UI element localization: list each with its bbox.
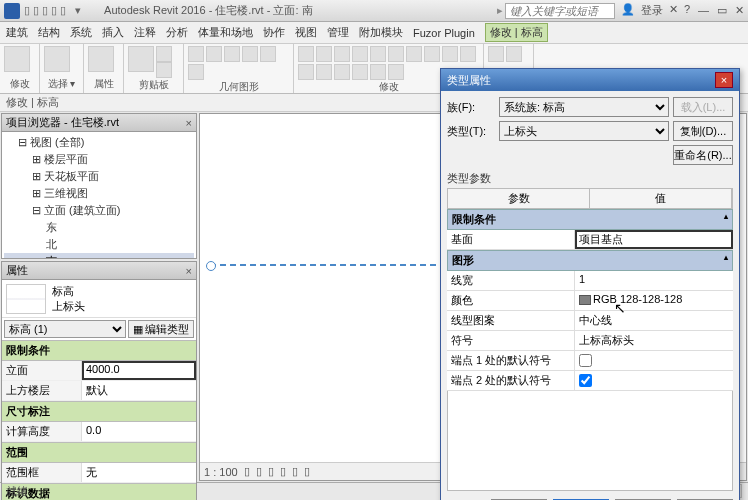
panel-close-icon[interactable]: ×	[186, 265, 192, 277]
copy-icon[interactable]	[156, 62, 172, 78]
maximize-button[interactable]: ▭	[717, 4, 727, 17]
tab-manage[interactable]: 管理	[327, 25, 349, 40]
param-base-value[interactable]: 项目基点	[575, 230, 733, 249]
tab-architecture[interactable]: 建筑	[6, 25, 28, 40]
geom-icon[interactable]	[188, 64, 204, 80]
mod-icon[interactable]	[298, 64, 314, 80]
param-cat-graphics[interactable]: 图形	[447, 250, 733, 271]
tab-view[interactable]: 视图	[295, 25, 317, 40]
view-tool-icon[interactable]: ▯	[292, 465, 298, 478]
edit-type-button[interactable]: ▦编辑类型	[128, 320, 194, 338]
mod-icon[interactable]	[460, 46, 476, 62]
help-icon[interactable]: ?	[684, 3, 690, 18]
prop-elevation-value[interactable]: 4000.0	[82, 361, 196, 380]
tab-fuzor[interactable]: Fuzor Plugin	[413, 27, 475, 39]
mod-icon[interactable]	[316, 46, 332, 62]
mod-icon[interactable]	[316, 64, 332, 80]
tree-floor-plans[interactable]: ⊞ 楼层平面	[4, 151, 194, 168]
minimize-button[interactable]: —	[698, 4, 709, 17]
dialog-title-bar[interactable]: 类型属性 ×	[441, 69, 739, 91]
tree-elev-south[interactable]: 南	[4, 253, 194, 258]
param-end2-key: 端点 2 处的默认符号	[447, 371, 575, 390]
type-select[interactable]: 上标头	[499, 121, 669, 141]
prop-scopebox-value[interactable]: 无	[82, 463, 196, 482]
modify-tool-icon[interactable]	[4, 46, 30, 72]
rename-button[interactable]: 重命名(R)...	[673, 145, 733, 165]
type-filter-select[interactable]: 标高 (1)	[4, 320, 126, 338]
tab-modify-level[interactable]: 修改 | 标高	[485, 23, 548, 42]
mod-icon[interactable]	[388, 64, 404, 80]
sign-in-icon[interactable]: 👤	[621, 3, 635, 18]
family-select[interactable]: 系统族: 标高	[499, 97, 669, 117]
param-lineweight-value[interactable]: 1	[575, 271, 733, 290]
geom-icon[interactable]	[206, 46, 222, 62]
prop-above-value[interactable]: 默认	[82, 381, 196, 400]
tab-collaborate[interactable]: 协作	[263, 25, 285, 40]
geom-icon[interactable]	[188, 46, 204, 62]
mod-icon[interactable]	[370, 46, 386, 62]
tree-3d-views[interactable]: ⊞ 三维视图	[4, 185, 194, 202]
param-end1-key: 端点 1 处的默认符号	[447, 351, 575, 370]
view-tool-icon[interactable]: ▯	[256, 465, 262, 478]
mod-icon[interactable]	[352, 46, 368, 62]
mod-icon[interactable]	[352, 64, 368, 80]
tab-structure[interactable]: 结构	[38, 25, 60, 40]
end1-checkbox[interactable]	[579, 354, 592, 367]
end2-checkbox[interactable]	[579, 374, 592, 387]
project-browser-tree[interactable]: ⊟ 视图 (全部) ⊞ 楼层平面 ⊞ 天花板平面 ⊞ 三维视图 ⊟ 立面 (建筑…	[2, 132, 196, 258]
view-tool-icon[interactable]: ▯	[268, 465, 274, 478]
dialog-close-button[interactable]: ×	[715, 72, 733, 88]
duplicate-button[interactable]: 复制(D)...	[673, 121, 733, 141]
mod-icon[interactable]	[406, 46, 422, 62]
mod-icon[interactable]	[370, 64, 386, 80]
load-button[interactable]: 载入(L)...	[673, 97, 733, 117]
param-end2-value[interactable]	[575, 371, 733, 390]
scale-label[interactable]: 1 : 100	[204, 466, 238, 478]
param-pattern-value[interactable]: 中心线	[575, 311, 733, 330]
view-tool-icon[interactable]: ▯	[280, 465, 286, 478]
tree-ceiling-plans[interactable]: ⊞ 天花板平面	[4, 168, 194, 185]
tree-elev-east[interactable]: 东	[4, 219, 194, 236]
tab-insert[interactable]: 插入	[102, 25, 124, 40]
view-tool-icon[interactable]: ▯	[304, 465, 310, 478]
close-button[interactable]: ✕	[735, 4, 744, 17]
tree-elev-north[interactable]: 北	[4, 236, 194, 253]
tab-systems[interactable]: 系统	[70, 25, 92, 40]
param-cat-constraints[interactable]: 限制条件	[447, 209, 733, 230]
mod-icon[interactable]	[388, 46, 404, 62]
view-icon[interactable]	[488, 46, 504, 62]
type-selector[interactable]: 标高上标头	[2, 280, 196, 318]
type-prop-icon[interactable]	[88, 46, 114, 72]
mod-icon[interactable]	[424, 46, 440, 62]
tab-addins[interactable]: 附加模块	[359, 25, 403, 40]
sign-in-label[interactable]: 登录	[641, 3, 663, 18]
quick-access-icons[interactable]: ▯▯▯▯▯ ▾	[24, 4, 84, 17]
geom-icon[interactable]	[260, 46, 276, 62]
prop-compheight-value[interactable]: 0.0	[82, 422, 196, 441]
view-icon[interactable]	[506, 46, 522, 62]
param-end1-value[interactable]	[575, 351, 733, 370]
tab-analyze[interactable]: 分析	[166, 25, 188, 40]
tab-annotate[interactable]: 注释	[134, 25, 156, 40]
properties-icon[interactable]	[44, 46, 70, 72]
param-color-value[interactable]: RGB 128-128-128	[575, 291, 733, 310]
prop-cat-extents: 范围	[2, 442, 196, 463]
mod-icon[interactable]	[298, 46, 314, 62]
geom-icon[interactable]	[224, 46, 240, 62]
mod-icon[interactable]	[334, 64, 350, 80]
help-search-input[interactable]	[505, 3, 615, 19]
tab-massing[interactable]: 体量和场地	[198, 25, 253, 40]
tree-views-root[interactable]: ⊟ 视图 (全部)	[4, 134, 194, 151]
infocenter[interactable]: 👤 登录 ✕ ?	[621, 3, 690, 18]
mod-icon[interactable]	[334, 46, 350, 62]
cut-icon[interactable]	[156, 46, 172, 62]
mod-icon[interactable]	[442, 46, 458, 62]
view-tool-icon[interactable]: ▯	[244, 465, 250, 478]
type-preview-icon	[6, 284, 46, 314]
param-symbol-value[interactable]: 上标高标头	[575, 331, 733, 350]
tree-elevations[interactable]: ⊟ 立面 (建筑立面)	[4, 202, 194, 219]
geom-icon[interactable]	[242, 46, 258, 62]
exchange-icon[interactable]: ✕	[669, 3, 678, 18]
paste-icon[interactable]	[128, 46, 154, 72]
panel-close-icon[interactable]: ×	[186, 117, 192, 129]
